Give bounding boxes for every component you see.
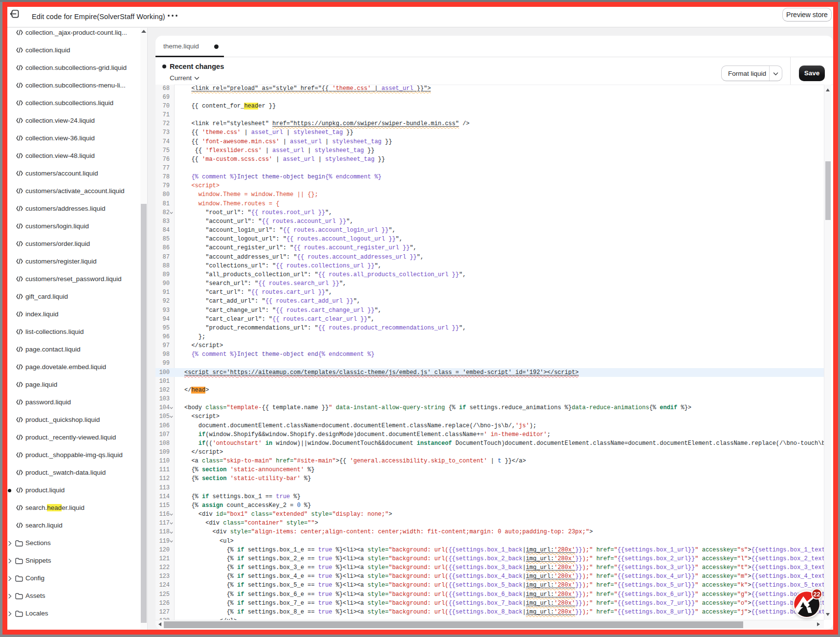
svg-text:22: 22: [813, 591, 820, 598]
